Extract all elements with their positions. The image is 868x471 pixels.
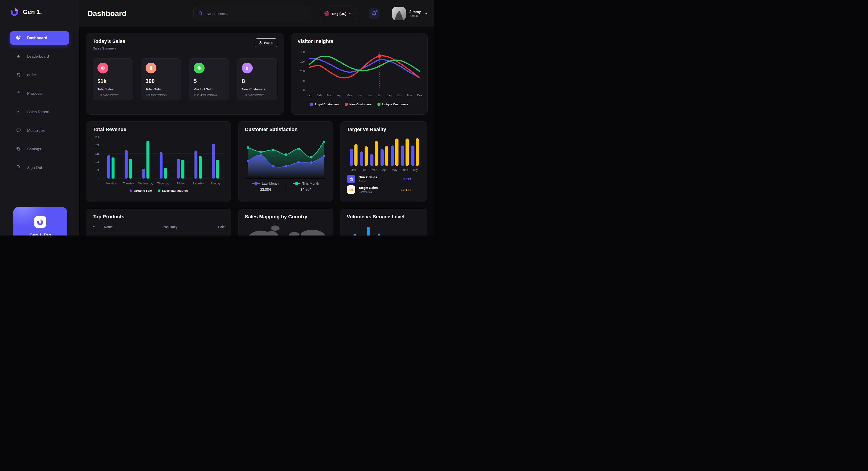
this-month-value: $4,504 — [301, 188, 311, 192]
language-label: Eng (US) — [332, 12, 346, 15]
legend-this-month: This Month $4,504 — [289, 182, 323, 192]
stat-total-sales: $1k Total Sales +8% from yesterday — [93, 58, 133, 100]
target-vs-reality-title: Target vs Reality — [347, 127, 421, 132]
stat-total-order: 300 Total Order +5% from yesterday — [141, 58, 181, 100]
legend-paid-ads: Sales via Paid Ads — [158, 189, 188, 192]
quick-sales-label: Quick Sales — [359, 176, 377, 179]
user-role: Admin — [409, 14, 421, 18]
user-name: Jimmy — [409, 9, 421, 14]
bag-icon — [16, 91, 21, 97]
sidebar-item-settings[interactable]: Settings — [10, 143, 69, 156]
target-sales-legend-row: Target Sales Commercial 12.122 — [347, 185, 421, 194]
svg-text:Saturday: Saturday — [192, 182, 204, 185]
search-input[interactable] — [206, 11, 306, 16]
svg-text:200: 200 — [300, 70, 305, 73]
brand-pie-logo-icon — [10, 7, 20, 17]
notifications-button[interactable] — [369, 8, 379, 19]
chevron-down-icon — [349, 13, 352, 14]
volume-service-title: Volume vs Service Level — [347, 214, 421, 220]
legend-last-month: Last Month $3,004 — [249, 182, 283, 192]
export-button[interactable]: Export — [255, 38, 277, 47]
stat-delta: +5% from yesterday — [146, 94, 176, 96]
sidebar-nav: Dashboard Leaderboard order — [0, 31, 79, 175]
sign-out-icon — [16, 165, 21, 171]
visitor-legend: Loyal Customers New Customers Unique Cus… — [298, 103, 421, 106]
svg-text:Apr: Apr — [382, 168, 386, 171]
cart-icon — [16, 72, 21, 78]
search-bar[interactable] — [193, 7, 311, 20]
svg-text:Des: Des — [417, 94, 422, 97]
stat-label: Product Sold — [194, 88, 224, 91]
stat-product-sold: 5 Product Sold +1.2% from yesterday — [189, 58, 229, 100]
target-vs-reality-card: Target vs Reality JanFebMarAprMayJuneJul… — [340, 121, 427, 202]
language-selector[interactable]: Eng (US) — [320, 7, 356, 20]
svg-text:0: 0 — [303, 89, 305, 92]
svg-text:Nov: Nov — [407, 94, 412, 97]
pro-upgrade-card[interactable]: Gen 1. Pro — [13, 207, 67, 236]
volume-service-card: Volume vs Service Level — [340, 209, 427, 236]
svg-text:15k: 15k — [95, 152, 99, 155]
total-revenue-card: Total Revenue 05k10k15k20k25kMondayTuesd… — [86, 121, 231, 202]
quick-sales-legend-row: Quick Sales Global 8.823 — [347, 175, 421, 183]
legend-unique-customers: Unique Customers — [377, 103, 408, 106]
last-month-value: $3,004 — [260, 188, 271, 192]
target-sales-label: Target Sales — [359, 186, 378, 190]
stat-label: New Customers — [242, 88, 273, 91]
svg-text:0: 0 — [98, 177, 99, 180]
revenue-legend: Organic Sale Sales via Paid Ads — [93, 189, 225, 192]
notification-dot — [376, 10, 377, 12]
dashboard-content: Today’s Sales Sales Summery Export — [79, 27, 434, 236]
sidebar-item-order[interactable]: order — [10, 68, 69, 82]
svg-text:Tuesday: Tuesday — [123, 182, 134, 185]
us-flag-icon — [324, 11, 329, 16]
sidebar-item-label: Settings — [27, 147, 41, 151]
bar-chart-icon — [16, 54, 21, 60]
sidebar-item-dashboard[interactable]: Dashboard — [10, 31, 69, 45]
svg-text:May: May — [392, 168, 397, 171]
svg-text:Wednesday: Wednesday — [138, 182, 153, 185]
sidebar-item-leaderboard[interactable]: Leaderboard — [10, 50, 69, 63]
stat-value: $1k — [97, 78, 128, 84]
pie-icon — [16, 35, 21, 41]
sidebar-item-sales-report[interactable]: Sales Report — [10, 105, 69, 119]
user-menu[interactable]: Jimmy Admin — [392, 7, 427, 20]
svg-text:Jun: Jun — [367, 94, 372, 97]
satisfaction-legend: Last Month $3,004 This Month $4,504 — [245, 182, 327, 192]
sales-mapping-card: Sales Mapping by Country — [238, 209, 333, 236]
sidebar-item-label: Sales Report — [27, 110, 49, 114]
svg-text:June: June — [402, 168, 408, 171]
sidebar-item-label: Sign Out — [27, 165, 42, 170]
sales-mapping-title: Sales Mapping by Country — [245, 214, 327, 220]
todays-sales-card: Today’s Sales Sales Summery Export — [86, 33, 284, 115]
top-products-header-row: # Name Popularity Sales — [93, 225, 225, 229]
customer-satisfaction-card: Customer Satisfaction Last Month $3,004 … — [238, 121, 333, 202]
bar-chart-icon — [97, 63, 108, 73]
svg-text:Jan: Jan — [351, 168, 356, 171]
svg-text:Thursday: Thursday — [157, 182, 169, 185]
sidebar-item-messages[interactable]: Messages — [10, 124, 69, 137]
user-plus-icon — [242, 63, 253, 73]
export-icon — [259, 41, 262, 44]
svg-text:Jun: Jun — [357, 94, 362, 97]
line-chart-icon — [16, 109, 21, 115]
sidebar-item-sign-out[interactable]: Sign Out — [10, 161, 69, 175]
column-name: Name — [104, 225, 163, 229]
svg-text:July: July — [412, 168, 418, 171]
visitor-insights-title: Visitor Insights — [298, 38, 421, 44]
volume-service-chart — [347, 222, 421, 236]
divider — [286, 182, 286, 192]
top-products-card: Top Products # Name Popularity Sales — [86, 209, 231, 236]
legend-organic-sale: Organic Sale — [129, 189, 152, 192]
sidebar-item-products[interactable]: Products — [10, 87, 69, 100]
svg-text:5k: 5k — [97, 169, 99, 171]
legend-new-customers: New Customers — [345, 103, 372, 106]
svg-text:10k: 10k — [95, 160, 99, 163]
stat-delta: +1.2% from yesterday — [194, 94, 224, 96]
stat-value: 300 — [146, 78, 176, 84]
svg-text:Apr: Apr — [337, 94, 342, 97]
dashboard-page: Gen 1. Dashboard Leaderboard — [0, 0, 434, 236]
svg-text:Sept: Sept — [387, 94, 393, 97]
total-revenue-chart: 05k10k15k20k25kMondayTuesdayWednesdayThu… — [93, 134, 225, 188]
target-vs-reality-chart: JanFebMarAprMayJuneJuly — [347, 134, 421, 173]
brand-label: Gen 1. — [23, 8, 42, 15]
